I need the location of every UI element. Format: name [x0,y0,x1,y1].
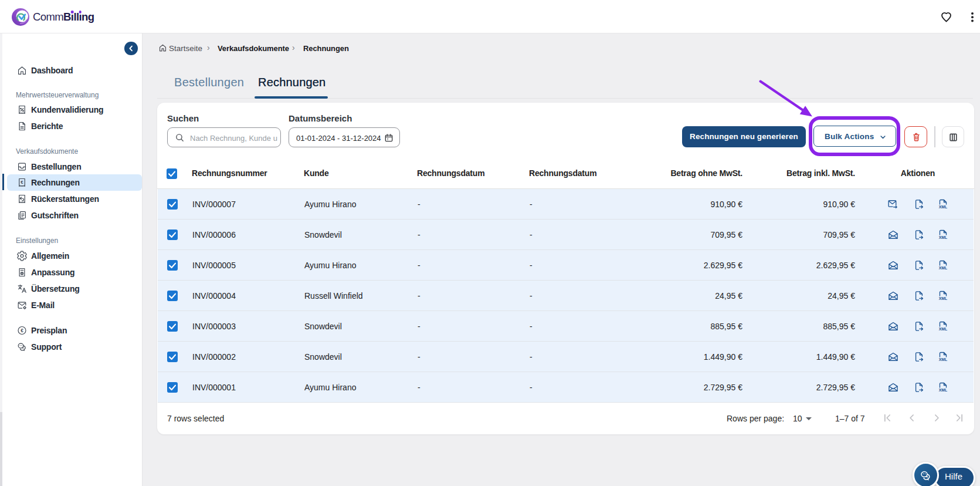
svg-text:€: € [21,327,23,333]
svg-text:€: € [21,180,23,185]
